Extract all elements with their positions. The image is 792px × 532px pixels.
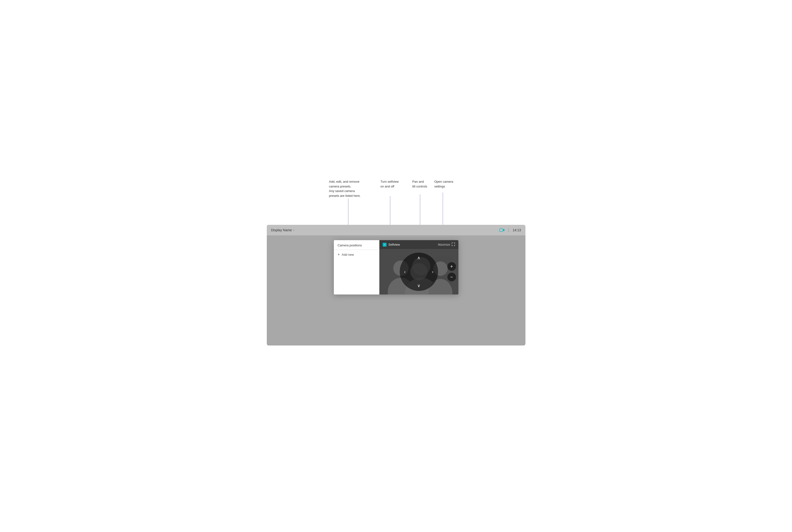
zoom-controls: + − bbox=[447, 262, 456, 281]
screen-body: Camera positions + Add new ✓ bbox=[267, 235, 525, 345]
topbar-left: Display Name › bbox=[271, 228, 294, 232]
selfview-label-group: ✓ Selfview bbox=[383, 243, 400, 247]
pan-tilt-overlay: ∧ ∨ ‹ › bbox=[400, 252, 438, 291]
selfview-panel: ✓ Selfview Maximize bbox=[379, 240, 458, 294]
pan-tilt-inner bbox=[410, 263, 428, 280]
pan-tilt-left-button[interactable]: ‹ bbox=[402, 268, 408, 275]
camera-positions-panel: Camera positions + Add new bbox=[334, 240, 379, 294]
zoom-out-button[interactable]: − bbox=[447, 273, 456, 281]
breadcrumb-chevron: › bbox=[294, 228, 294, 232]
svg-rect-6 bbox=[499, 229, 503, 231]
pan-tilt-right-button[interactable]: › bbox=[429, 268, 436, 275]
pan-tilt-up-button[interactable]: ∧ bbox=[416, 254, 422, 261]
topbar-divider bbox=[508, 228, 509, 232]
display-name: Display Name bbox=[271, 228, 292, 232]
annotation-pan-tilt: Pan and tilt controls bbox=[412, 179, 427, 189]
add-new-label: Add new bbox=[342, 253, 354, 256]
pan-tilt-down-button[interactable]: ∨ bbox=[416, 282, 422, 289]
annotation-camera-presets: Add, edit, and remove camera presets. An… bbox=[329, 179, 361, 198]
maximize-button[interactable]: Maximize bbox=[438, 243, 455, 247]
maximize-icon bbox=[452, 243, 455, 247]
camera-positions-header: Camera positions bbox=[334, 240, 379, 250]
add-new-button[interactable]: + Add new bbox=[334, 250, 379, 259]
camera-ui-panel: Camera positions + Add new ✓ bbox=[334, 240, 458, 294]
selfview-header: ✓ Selfview Maximize bbox=[379, 240, 458, 249]
zoom-in-button[interactable]: + bbox=[447, 262, 456, 271]
svg-marker-7 bbox=[503, 229, 504, 231]
page-wrapper: Add, edit, and remove camera presets. An… bbox=[252, 177, 540, 355]
screen-topbar: Display Name › 14:13 bbox=[267, 225, 525, 235]
plus-icon: + bbox=[338, 252, 340, 256]
pan-tilt-ring: ∧ ∨ ‹ › bbox=[400, 252, 438, 291]
camera-icon[interactable] bbox=[499, 228, 505, 232]
checkbox-check: ✓ bbox=[384, 243, 385, 246]
time-display: 14:13 bbox=[512, 228, 521, 232]
selfview-text: Selfview bbox=[389, 243, 400, 246]
camera-feed: ∧ ∨ ‹ › bbox=[379, 249, 458, 294]
maximize-label: Maximize bbox=[438, 243, 450, 246]
annotation-camera-settings: Open camera settings bbox=[434, 179, 453, 189]
screen-container: Display Name › 14:13 bbox=[267, 225, 525, 345]
annotation-selfview-toggle: Turn selfview on and off bbox=[380, 179, 399, 189]
topbar-right: 14:13 bbox=[499, 228, 521, 232]
selfview-checkbox[interactable]: ✓ bbox=[383, 243, 386, 247]
